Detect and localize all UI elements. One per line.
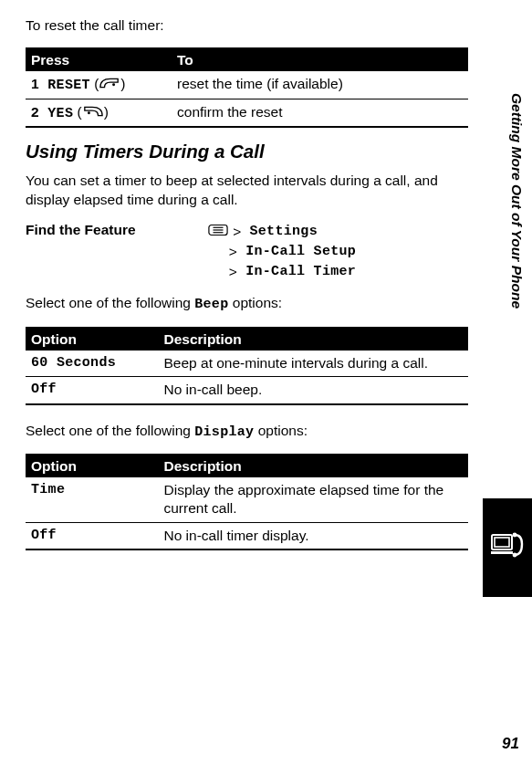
nav-path-1: Settings [250,222,318,242]
reset-steps-table: Press To 1 RESET ( ) reset the time (if … [26,47,468,128]
svg-rect-7 [495,538,509,547]
table-row: 1 RESET ( ) reset the time (if available… [26,71,468,99]
nav-path-2: In-Call Setup [245,242,356,262]
find-the-feature: Find the Feature > Settings > In-Call Se… [26,222,468,281]
step-number: 2 [31,103,44,121]
display-intro: Select one of the following Display opti… [26,422,468,442]
opt-desc: Beep at one-minute intervals during a ca… [159,351,469,377]
table-row: Off No in-call timer display. [26,522,468,549]
table-row: Time Display the approximate elapsed tim… [26,477,468,522]
page-number: 91 [502,735,519,753]
svg-point-1 [88,111,90,114]
t3-head-opt: Option [26,455,159,477]
table-row: Off No in-call beep. [26,377,468,404]
svg-point-9 [513,533,517,538]
t1-head-press: Press [26,48,172,71]
chapter-side-label: Getting More Out of Your Phone [508,93,525,309]
t2-head-desc: Description [159,328,469,351]
step-number: 1 [31,75,44,93]
svg-point-10 [513,553,517,558]
opt-name: Time [26,477,159,522]
beep-code: Beep [194,297,228,312]
step-desc: confirm the reset [172,99,468,127]
opt-name: Off [26,522,159,549]
svg-point-0 [112,84,115,87]
section-heading: Using Timers During a Call [26,141,468,162]
svg-rect-8 [491,551,513,554]
opt-desc: No in-call timer display. [159,522,469,549]
disp-code: Display [194,424,254,440]
menu-key-icon [208,222,228,242]
right-softkey-icon [99,76,120,94]
t2-head-opt: Option [26,328,159,351]
reset-intro: To reset the call timer: [26,16,468,35]
section-body: You can set a timer to beep at selected … [26,172,468,209]
beep-intro: Select one of the following Beep options… [26,294,468,314]
table-row: 2 YES ( ) confirm the reset [26,99,468,127]
beep-options-table: Option Description 60 Seconds Beep at on… [26,327,468,404]
left-softkey-icon [83,104,103,122]
opt-desc: Display the approximate elapsed time for… [159,477,469,522]
opt-name: 60 Seconds [26,351,159,377]
disp-intro-b: options: [254,423,308,438]
t1-head-to: To [172,48,468,71]
softkey-label: YES [47,106,73,121]
softkey-label: RESET [47,78,90,93]
computer-phone-icon [489,528,526,568]
beep-intro-b: options: [228,295,282,310]
side-tab-icon-block [483,498,532,597]
table-row: 60 Seconds Beep at one-minute intervals … [26,351,468,377]
display-options-table: Option Description Time Display the appr… [26,454,468,549]
nav-path-3: In-Call Timer [245,262,356,282]
t3-head-desc: Description [159,455,469,477]
ftf-label: Find the Feature [26,222,136,237]
beep-intro-a: Select one of the following [26,295,194,310]
opt-name: Off [26,377,159,404]
opt-desc: No in-call beep. [159,377,469,404]
step-desc: reset the time (if available) [172,71,468,99]
disp-intro-a: Select one of the following [26,423,194,438]
